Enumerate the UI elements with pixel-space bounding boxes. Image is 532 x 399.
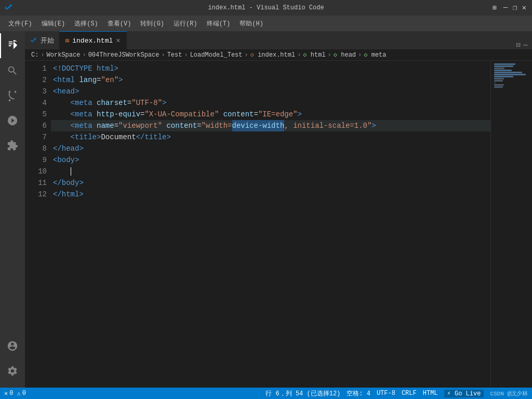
status-line-ending[interactable]: CRLF — [402, 390, 417, 397]
code-line-7: <title> Document </title> — [51, 131, 490, 143]
status-language[interactable]: HTML — [423, 390, 438, 397]
code-line-9: <body> — [51, 154, 490, 166]
close-button[interactable]: ✕ — [521, 4, 528, 11]
menu-view[interactable]: 查看(V) — [103, 17, 136, 30]
activity-account[interactable] — [0, 334, 25, 358]
activity-bottom-icons — [0, 334, 25, 383]
warning-icon: ⚠ — [17, 390, 20, 397]
menu-goto[interactable]: 转到(G) — [136, 17, 168, 30]
activity-explorer[interactable] — [0, 33, 25, 58]
code-line-8: </head> — [51, 143, 490, 154]
code-line-12: </html> — [51, 189, 490, 200]
vscode-logo-icon — [4, 3, 14, 12]
tab-start[interactable]: 开始 — [25, 31, 59, 49]
breadcrumb-html-tag[interactable]: ◇ html — [303, 51, 325, 59]
layout-icon[interactable]: ⊞ — [493, 4, 497, 12]
code-content[interactable]: <!DOCTYPE html> <html lang="en" > <head>… — [51, 61, 490, 388]
breadcrumb-004[interactable]: 004ThreeJSWorkSpace — [88, 51, 159, 59]
vscode-small-icon — [30, 37, 37, 44]
code-line-1: <!DOCTYPE html> — [51, 63, 490, 74]
menu-file[interactable]: 文件(F) — [4, 17, 36, 30]
activity-extensions[interactable] — [0, 133, 25, 158]
status-errors[interactable]: ✕ 0 ⚠ 0 — [4, 390, 26, 397]
menu-select[interactable]: 选择(S) — [70, 17, 102, 30]
tab-index-html[interactable]: ⊞ index.html ✕ — [59, 31, 127, 49]
error-count: 0 — [9, 390, 13, 397]
error-icon: ✕ — [4, 390, 8, 397]
tabs-bar: 开始 ⊞ index.html ✕ ⊟ ⋯ — [25, 31, 532, 49]
menu-edit[interactable]: 编辑(E) — [37, 17, 70, 30]
more-actions-icon[interactable]: ⋯ — [524, 41, 528, 49]
status-go-live[interactable]: ⚡ Go Live — [444, 390, 484, 397]
menu-bar: 文件(F) 编辑(E) 选择(S) 查看(V) 转到(G) 运行(R) 终端(T… — [0, 16, 532, 31]
title-bar-left — [4, 3, 14, 12]
status-encoding[interactable]: UTF-8 — [377, 390, 395, 397]
activity-settings[interactable] — [0, 358, 25, 383]
breadcrumb-indexhtml[interactable]: ◇ index.html — [250, 51, 295, 59]
maximize-button[interactable]: ❐ — [511, 4, 518, 11]
breadcrumb-test[interactable]: Test — [167, 51, 182, 59]
activity-source-control[interactable] — [0, 83, 25, 108]
breadcrumb-c[interactable]: C: — [31, 51, 38, 59]
code-line-2: <html lang="en" > — [51, 74, 490, 86]
minimap-content — [494, 63, 529, 88]
activity-bar — [0, 31, 25, 388]
code-line-6: <meta name="viewport" content="width=dev… — [51, 120, 490, 131]
title-bar: index.html - Visual Studio Code ⊞ — ❐ ✕ — [0, 0, 532, 16]
start-tab-label: 开始 — [41, 36, 54, 45]
window-controls[interactable]: ⊞ — ❐ ✕ — [493, 4, 528, 12]
activity-search[interactable] — [0, 58, 25, 83]
active-tab-label: index.html — [72, 37, 113, 45]
code-line-3: <head> — [51, 86, 490, 97]
code-line-10 — [51, 166, 490, 177]
minimap — [490, 61, 532, 388]
status-left: ✕ 0 ⚠ 0 — [4, 390, 26, 397]
status-watermark: CSDN @沈夕林 — [490, 390, 528, 397]
activity-run[interactable] — [0, 108, 25, 133]
minimize-button[interactable]: — — [502, 4, 509, 11]
main-container: 开始 ⊞ index.html ✕ ⊟ ⋯ C: › WorkSpace › 0… — [0, 31, 532, 388]
tab-close-button[interactable]: ✕ — [116, 37, 120, 44]
status-position[interactable]: 行 6，列 54 (已选择12) — [265, 389, 340, 398]
menu-terminal[interactable]: 终端(T) — [203, 17, 235, 30]
tab-file-icon: ⊞ — [65, 37, 69, 45]
breadcrumb-loadmodel[interactable]: LoadModel_Test — [190, 51, 243, 59]
line-numbers: 1 2 3 4 5 6 7 8 9 10 11 12 — [25, 61, 51, 388]
window-title: index.html - Visual Studio Code — [208, 4, 324, 11]
code-line-11: </body> — [51, 177, 490, 189]
breadcrumb: C: › WorkSpace › 004ThreeJSWorkSpace › T… — [25, 49, 532, 61]
menu-help[interactable]: 帮助(H) — [235, 17, 268, 30]
code-line-4: <meta charset="UTF-8" > — [51, 97, 490, 109]
split-editor-icon[interactable]: ⊟ — [516, 41, 520, 49]
breadcrumb-workspace[interactable]: WorkSpace — [47, 51, 81, 59]
editor-area: 开始 ⊞ index.html ✕ ⊟ ⋯ C: › WorkSpace › 0… — [25, 31, 532, 388]
status-right: 行 6，列 54 (已选择12) 空格: 4 UTF-8 CRLF HTML ⚡… — [265, 389, 528, 398]
status-spaces[interactable]: 空格: 4 — [347, 389, 370, 398]
status-bar: ✕ 0 ⚠ 0 行 6，列 54 (已选择12) 空格: 4 UTF-8 CRL… — [0, 388, 532, 399]
tab-actions: ⊟ ⋯ — [127, 41, 532, 49]
code-editor[interactable]: 1 2 3 4 5 6 7 8 9 10 11 12 <!DOCTYPE htm… — [25, 61, 532, 388]
menu-run[interactable]: 运行(R) — [169, 17, 202, 30]
code-line-5: <meta http-equiv="X-UA-Compatible" conte… — [51, 109, 490, 120]
warning-count: 0 — [22, 390, 26, 397]
breadcrumb-head-tag[interactable]: ◇ head — [334, 51, 356, 59]
breadcrumb-meta-tag[interactable]: ◇ meta — [364, 51, 386, 59]
